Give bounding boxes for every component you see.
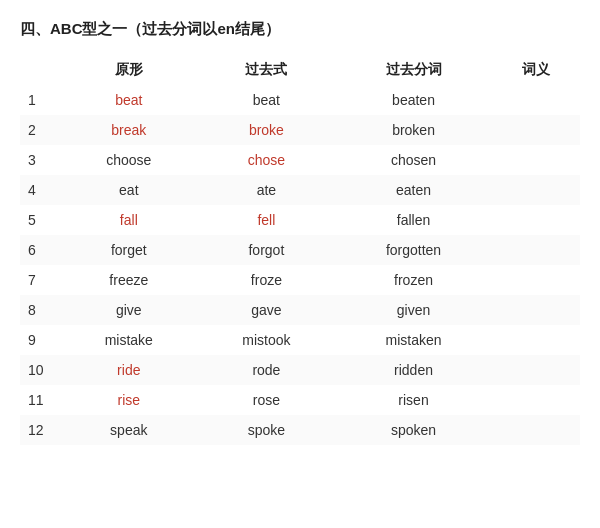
table-row: 11riseroserisen xyxy=(20,385,580,415)
row-past: chose xyxy=(198,145,336,175)
row-participle: broken xyxy=(335,115,492,145)
row-participle: chosen xyxy=(335,145,492,175)
main-container: 四、ABC型之一（过去分词以en结尾） 原形 过去式 过去分词 词义 1beat… xyxy=(0,0,600,528)
row-base: give xyxy=(60,295,198,325)
row-participle: beaten xyxy=(335,85,492,115)
table-row: 12speakspokespoken xyxy=(20,415,580,445)
row-num: 8 xyxy=(20,295,60,325)
row-participle: frozen xyxy=(335,265,492,295)
row-past: broke xyxy=(198,115,336,145)
row-meaning xyxy=(492,115,580,145)
row-base: beat xyxy=(60,85,198,115)
row-num: 3 xyxy=(20,145,60,175)
row-participle: eaten xyxy=(335,175,492,205)
col-past: 过去式 xyxy=(198,55,336,85)
row-num: 5 xyxy=(20,205,60,235)
table-row: 3choosechosechosen xyxy=(20,145,580,175)
row-participle: forgotten xyxy=(335,235,492,265)
table-row: 10rideroderidden xyxy=(20,355,580,385)
row-base: ride xyxy=(60,355,198,385)
row-past: gave xyxy=(198,295,336,325)
row-base: eat xyxy=(60,175,198,205)
row-meaning xyxy=(492,325,580,355)
table-row: 8givegavegiven xyxy=(20,295,580,325)
row-num: 4 xyxy=(20,175,60,205)
table-row: 5fallfellfallen xyxy=(20,205,580,235)
row-participle: mistaken xyxy=(335,325,492,355)
row-meaning xyxy=(492,175,580,205)
row-base: freeze xyxy=(60,265,198,295)
section-title: 四、ABC型之一（过去分词以en结尾） xyxy=(20,20,580,39)
row-participle: ridden xyxy=(335,355,492,385)
row-past: forgot xyxy=(198,235,336,265)
row-num: 10 xyxy=(20,355,60,385)
col-num xyxy=(20,55,60,85)
table-row: 7freezefrozefrozen xyxy=(20,265,580,295)
row-num: 12 xyxy=(20,415,60,445)
row-past: spoke xyxy=(198,415,336,445)
row-num: 2 xyxy=(20,115,60,145)
table-header-row: 原形 过去式 过去分词 词义 xyxy=(20,55,580,85)
row-meaning xyxy=(492,385,580,415)
row-past: froze xyxy=(198,265,336,295)
row-base: rise xyxy=(60,385,198,415)
row-past: rose xyxy=(198,385,336,415)
col-base: 原形 xyxy=(60,55,198,85)
row-participle: risen xyxy=(335,385,492,415)
row-participle: given xyxy=(335,295,492,325)
row-meaning xyxy=(492,415,580,445)
row-past: beat xyxy=(198,85,336,115)
table-row: 2breakbrokebroken xyxy=(20,115,580,145)
row-meaning xyxy=(492,205,580,235)
row-base: break xyxy=(60,115,198,145)
row-base: fall xyxy=(60,205,198,235)
table-body: 1beatbeatbeaten2breakbrokebroken3choosec… xyxy=(20,85,580,445)
row-base: mistake xyxy=(60,325,198,355)
row-num: 9 xyxy=(20,325,60,355)
row-meaning xyxy=(492,145,580,175)
row-num: 11 xyxy=(20,385,60,415)
row-participle: spoken xyxy=(335,415,492,445)
table-row: 6forgetforgotforgotten xyxy=(20,235,580,265)
table-row: 1beatbeatbeaten xyxy=(20,85,580,115)
row-meaning xyxy=(492,355,580,385)
col-participle: 过去分词 xyxy=(335,55,492,85)
row-meaning xyxy=(492,235,580,265)
row-past: mistook xyxy=(198,325,336,355)
col-meaning: 词义 xyxy=(492,55,580,85)
row-meaning xyxy=(492,295,580,325)
row-base: forget xyxy=(60,235,198,265)
row-meaning xyxy=(492,85,580,115)
row-past: ate xyxy=(198,175,336,205)
row-past: fell xyxy=(198,205,336,235)
table-row: 9mistakemistookmistaken xyxy=(20,325,580,355)
row-participle: fallen xyxy=(335,205,492,235)
row-meaning xyxy=(492,265,580,295)
table-row: 4eatateeaten xyxy=(20,175,580,205)
row-base: choose xyxy=(60,145,198,175)
row-past: rode xyxy=(198,355,336,385)
row-num: 7 xyxy=(20,265,60,295)
verb-table: 原形 过去式 过去分词 词义 1beatbeatbeaten2breakbrok… xyxy=(20,55,580,445)
row-num: 6 xyxy=(20,235,60,265)
row-base: speak xyxy=(60,415,198,445)
row-num: 1 xyxy=(20,85,60,115)
